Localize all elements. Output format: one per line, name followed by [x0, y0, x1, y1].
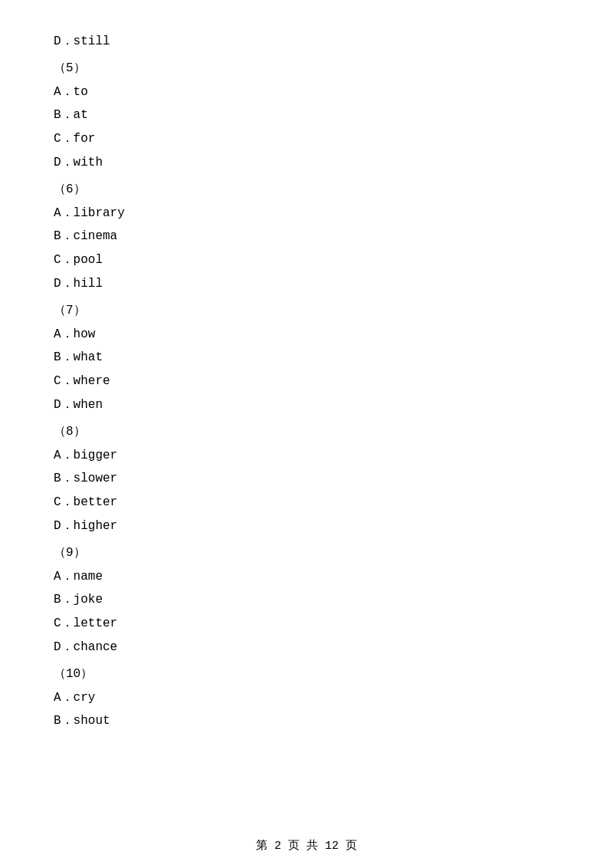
footer-text: 第 2 页 共 12 页 [256, 840, 357, 853]
option-line: B．at [54, 104, 559, 127]
option-line: D．hill [54, 273, 559, 295]
option-line: D．when [54, 394, 559, 416]
section-label: （5） [54, 58, 559, 80]
section-label: （6） [54, 179, 559, 201]
option-line: B．what [54, 347, 559, 369]
option-line: D．higher [54, 515, 559, 538]
section-label: （8） [54, 421, 559, 443]
option-line: B．slower [54, 468, 559, 490]
option-line: A．how [54, 324, 559, 346]
section-label: （7） [54, 300, 559, 322]
option-line: A．cry [54, 687, 559, 709]
option-line: B．shout [54, 710, 559, 732]
option-line: C．pool [54, 249, 559, 271]
option-line: A．library [54, 202, 559, 225]
option-line: A．bigger [54, 445, 559, 467]
section-label: （10） [54, 663, 559, 686]
option-line: A．to [54, 81, 559, 104]
option-line: B．joke [54, 589, 559, 611]
option-line: D．chance [54, 636, 559, 659]
option-line: D．still [54, 31, 559, 53]
option-line: C．where [54, 370, 559, 393]
option-line: B．cinema [54, 225, 559, 248]
option-line: C．letter [54, 613, 559, 635]
page-footer: 第 2 页 共 12 页 [0, 838, 613, 853]
section-label: （9） [54, 542, 559, 564]
option-line: C．better [54, 492, 559, 514]
main-content: D．still（5）A．toB．atC．forD．with（6）A．librar… [0, 0, 613, 780]
option-line: C．for [54, 128, 559, 150]
option-line: A．name [54, 566, 559, 588]
option-line: D．with [54, 152, 559, 174]
